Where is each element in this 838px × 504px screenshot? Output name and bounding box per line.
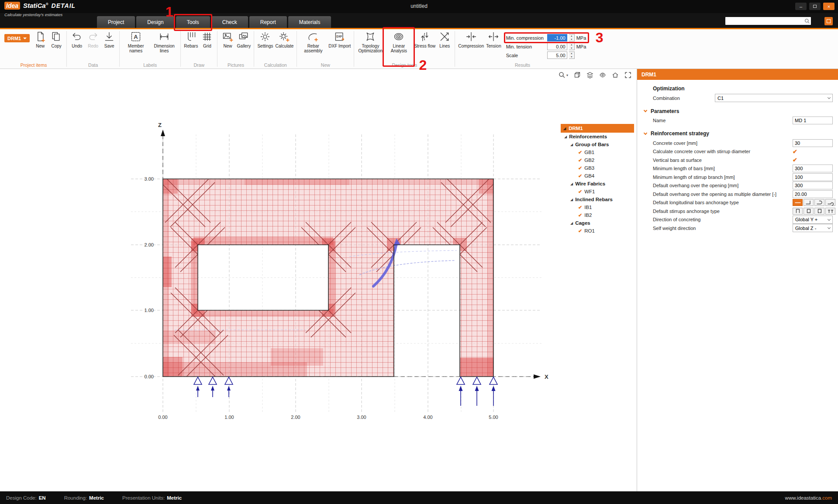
ribbon-button-rebars[interactable]: Rebars — [183, 30, 199, 49]
layers-icon[interactable] — [586, 72, 593, 79]
prop-input-minimum-length-of-bars-mm[interactable]: 300 — [793, 165, 833, 172]
zoom-dropdown[interactable]: ▾ — [559, 72, 568, 79]
ribbon-button-linear-analysis[interactable]: Linear Analysis — [385, 30, 413, 55]
prop-checkbox-vertical-bars-at-surface[interactable]: ✔ — [793, 157, 797, 163]
tree-node-reinforcements[interactable]: ◢Reinforcements — [561, 133, 634, 141]
ribbon-button-dimension-lines[interactable]: Dimension lines — [150, 30, 178, 55]
tree-node-ib1[interactable]: ✔IB1 — [561, 203, 634, 211]
minimize-button[interactable]: – — [795, 3, 807, 10]
ribbon-button-dxf-import[interactable]: DXFDXF Import — [328, 30, 352, 49]
perspective-icon[interactable] — [574, 72, 581, 79]
rebar-assembly-icon — [307, 31, 319, 43]
checkmark-icon[interactable]: ✔ — [578, 158, 582, 163]
spinner-control[interactable]: ▴▾ — [569, 43, 575, 50]
visibility-icon[interactable] — [599, 72, 606, 79]
prop-input-default-overhang-over-the-opening-as-multiple-diameter[interactable]: 20.00 — [793, 190, 833, 198]
model-canvas[interactable]: 0.001.002.003.004.005.003.002.001.000.00… — [0, 69, 637, 491]
ribbon-button-rebar-assembly[interactable]: Rebar assembly — [299, 30, 327, 55]
tree-node-ib2[interactable]: ✔IB2 — [561, 211, 634, 219]
checkmark-icon[interactable]: ✔ — [578, 165, 582, 171]
tree-root[interactable]: ◢DRM1 — [561, 124, 634, 133]
tree-node-gb2[interactable]: ✔GB2 — [561, 156, 634, 164]
prop-input-concrete-cover-mm[interactable]: 30 — [793, 139, 833, 147]
ribbon-button-redo[interactable]: Redo — [85, 30, 101, 49]
ribbon-button-undo[interactable]: Undo — [69, 30, 85, 49]
account-button[interactable] — [824, 17, 833, 25]
tree-node-gb4[interactable]: ✔GB4 — [561, 172, 634, 180]
website-link[interactable]: www.ideastatica.com — [785, 495, 832, 501]
ribbon-button-new[interactable]: New — [32, 30, 48, 49]
dimension-lines-icon — [159, 31, 170, 43]
tree-node-wf1[interactable]: ✔WF1 — [561, 188, 634, 195]
checkmark-icon[interactable]: ✔ — [578, 213, 582, 218]
tab-design[interactable]: Design — [136, 16, 174, 28]
prop-select-direction-of-concreting[interactable]: Global Y + — [793, 216, 833, 224]
ribbon-button-settings[interactable]: Settings — [256, 30, 274, 49]
ribbon-button-grid[interactable]: Grid — [199, 30, 215, 49]
spinner-control[interactable]: ▴▾ — [569, 51, 575, 59]
field-input-min-compression[interactable]: -1.00 — [547, 34, 567, 41]
ribbon-button-save[interactable]: Save — [101, 30, 117, 49]
prop-select-combination[interactable]: C1 — [715, 94, 833, 102]
tree-node-wire-fabrics[interactable]: ◢Wire Fabrics — [561, 180, 634, 188]
close-button[interactable]: × — [823, 3, 835, 10]
fit-view-icon[interactable] — [624, 72, 631, 79]
ribbon-button-calculate[interactable]: Calculate — [275, 30, 295, 49]
section-parameters[interactable]: Parameters — [637, 108, 833, 114]
prop-input-name[interactable]: MD 1 — [793, 117, 833, 124]
svg-text:2.00: 2.00 — [145, 242, 154, 247]
stirrup3-option-button[interactable] — [814, 208, 824, 215]
ribbon-button-lines[interactable]: Lines — [437, 30, 452, 49]
checkmark-icon[interactable]: ✔ — [578, 189, 582, 195]
ribbon-button-gallery[interactable]: Gallery — [236, 30, 252, 49]
search-box[interactable] — [725, 17, 811, 25]
tab-tools[interactable]: Tools — [176, 16, 210, 28]
ribbon-button-tension[interactable]: Tension — [485, 30, 502, 49]
loop-option-button[interactable] — [825, 199, 835, 206]
tree-node-gb1[interactable]: ✔GB1 — [561, 148, 634, 156]
search-input[interactable] — [725, 18, 803, 24]
tree-node-ro1[interactable]: ✔RO1 — [561, 227, 634, 235]
tree-node-group-of-bars[interactable]: ◢Group of Bars — [561, 141, 634, 148]
svg-text:3.00: 3.00 — [357, 415, 366, 420]
prop-row-default-stirrups-anchorage-type: Default stirrups anchorage type — [637, 207, 833, 216]
checkmark-icon[interactable]: ✔ — [578, 173, 582, 179]
ribbon-button-new[interactable]: New — [220, 30, 235, 49]
ribbon-button-copy[interactable]: Copy — [48, 30, 64, 49]
ribbon-button-compression[interactable]: Compression — [457, 30, 485, 49]
home-icon[interactable] — [612, 72, 619, 79]
straight-option-button[interactable] — [793, 199, 803, 206]
project-item-selector[interactable]: DRM1 — [4, 34, 30, 42]
stirrup1-option-button[interactable] — [793, 208, 803, 215]
checkmark-icon[interactable]: ✔ — [578, 150, 582, 155]
stirrup4-option-button[interactable] — [825, 208, 835, 215]
ribbon-button-topology-optimization[interactable]: Topology Optimization — [356, 30, 384, 55]
tree-node-gb3[interactable]: ✔GB3 — [561, 164, 634, 172]
field-input-min-tension[interactable]: 0.00 — [547, 43, 567, 50]
hook90-option-button[interactable] — [804, 199, 814, 206]
prop-input-default-overhang-over-the-opening-mm[interactable]: 300 — [793, 182, 833, 189]
prop-checkbox-calculate-concrete-cover-with-stirrup-diameter[interactable]: ✔ — [793, 148, 797, 155]
props-body: OptimizationCombinationC1ParametersNameM… — [637, 80, 838, 491]
ribbon-group-label: Project items — [3, 62, 64, 69]
tab-project[interactable]: Project — [97, 16, 135, 28]
prop-select-self-weight-direction[interactable]: Global Z - — [793, 224, 833, 232]
prop-input-minimum-length-of-stirrup-branch-mm[interactable]: 100 — [793, 173, 833, 181]
hook180-option-button[interactable] — [814, 199, 824, 206]
checkmark-icon[interactable]: ✔ — [578, 205, 582, 210]
maximize-button[interactable] — [809, 3, 821, 10]
tab-materials[interactable]: Materials — [288, 16, 331, 28]
main-area: 0.001.002.003.004.005.003.002.001.000.00… — [0, 69, 838, 491]
checkmark-icon[interactable]: ✔ — [578, 228, 582, 234]
field-input-scale[interactable]: 5.00 — [547, 51, 567, 59]
ribbon-button-stress-flow[interactable]: Stress flow — [413, 30, 436, 49]
tab-check[interactable]: Check — [211, 16, 248, 28]
model-tree: ◢DRM1 ◢Reinforcements◢Group of Bars✔GB1✔… — [561, 124, 634, 235]
stirrup2-option-button[interactable] — [804, 208, 814, 215]
ribbon-button-member-names[interactable]: AMember names — [122, 30, 150, 55]
tab-report[interactable]: Report — [249, 16, 287, 28]
tree-node-cages[interactable]: ◢Cages — [561, 219, 634, 227]
tree-node-inclined-rebars[interactable]: ◢Inclined Rebars — [561, 195, 634, 203]
spinner-control[interactable]: ▴▾ — [569, 34, 575, 41]
section-reinforcement-strategy[interactable]: Reinforcement strategy — [637, 130, 833, 137]
